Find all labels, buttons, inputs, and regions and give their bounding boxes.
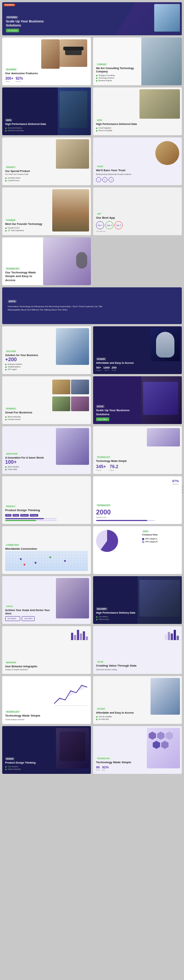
slide-title: Our Technology Made Simple and Easy to A…	[5, 271, 41, 282]
big-number: 2000	[96, 509, 179, 516]
stats-row: 345+ Projects 76.2 Rating	[96, 464, 127, 471]
slide-6: Data High Performance Delivered Data Clo…	[93, 88, 182, 135]
slide-label: Product	[5, 166, 16, 169]
slide-body: Our Vision and Company Goals	[5, 173, 56, 176]
slide-10: App Our Best App App 1 App 2 App 3 Proud…	[93, 188, 182, 235]
tech-tags: UI/UX Design Research Prototype	[5, 514, 88, 517]
slide-label: Technology	[5, 267, 20, 270]
slide-label: Technology	[96, 456, 111, 458]
slide-label: Value	[96, 660, 104, 663]
slide-20: 87% Efficiency Technology 2000 Global Us…	[93, 476, 182, 524]
slide-body: Data-driven decision making	[96, 669, 179, 671]
slide-19: Product Product Design Thinking UI/UX De…	[2, 476, 91, 524]
stat-label: Global Users	[96, 516, 179, 519]
chart-legend: Data Company Data 60% Category A 40% Cat…	[142, 530, 179, 543]
slide-27: Technology Technology Made Simple Growth…	[2, 676, 91, 724]
feature-list: User research Rapid prototyping	[5, 766, 56, 770]
slide-16: Scale Scale Up Your Business Solutions L…	[93, 376, 182, 424]
slide-label: Goals	[5, 605, 14, 608]
slide-title: Great For Business	[5, 411, 52, 415]
slide-1: PowerPoint Featured Scale Up Your Busine…	[2, 2, 182, 35]
stat-label-1: Clients	[5, 81, 14, 82]
slide-title: Our Best App	[96, 216, 179, 220]
slide-label: Data	[5, 119, 12, 122]
ppt-badge: PowerPoint	[4, 4, 15, 6]
slide-title: Affordable and Easy to Access	[96, 711, 150, 714]
slide-title: Achieve Your Goals And Derive Your Aims	[5, 608, 56, 615]
slide-label: Company	[96, 63, 107, 66]
slide-title: Company Data	[142, 533, 179, 536]
slide-title: Technology Made Simple	[5, 714, 88, 718]
stats-group: 87% Efficiency	[172, 479, 179, 485]
slide-22: Data Company Data 60% Category A 40% Cat…	[93, 526, 182, 574]
slide-15: Business Great For Business Boost produc…	[2, 376, 91, 424]
slide-title: We Are Consulting Technology Company	[96, 67, 139, 73]
slide-23: Goals Achieve Your Goals And Derive Your…	[2, 576, 91, 624]
slide-title: Creating Value Through Data	[96, 664, 179, 668]
app-label: Proud Member	[96, 231, 179, 232]
stats-row: 50+ Projects 1000 Users 250 Clients	[96, 366, 150, 371]
feature-list: Innovation driven Customer focus	[5, 177, 56, 181]
slide-26: Value Creating Value Through Data Data-d…	[93, 626, 182, 674]
slide-label: Data	[96, 119, 103, 122]
slide-label: Design	[5, 757, 14, 760]
cta-box-2[interactable]: Learn More	[22, 616, 35, 621]
slide-title: Our Special Product	[5, 169, 56, 173]
slide-29: Design Product Design Thinking User rese…	[2, 726, 91, 774]
slide-label: Features	[5, 68, 17, 71]
stat-value: 100+	[5, 459, 56, 465]
slide-8: Trust We'll Earn Your Trust Building las…	[93, 137, 182, 185]
slide-label: Technology	[96, 757, 111, 760]
slide-9: Founder Meet Our Founder Technology Foun…	[2, 188, 91, 235]
slides-grid: PowerPoint Featured Scale Up Your Busine…	[0, 0, 184, 776]
cta-button[interactable]: Learn More	[96, 417, 109, 421]
circle-group: ✓ ★ ♦	[96, 177, 154, 182]
slide-label: Business	[5, 407, 17, 410]
feature-list: Enterprise solutions Scalable platform 2…	[5, 363, 56, 371]
feature-list: Strategy & Consulting Technology Solutio…	[96, 75, 139, 81]
feature-list: Boost productivity Increase revenue	[5, 416, 52, 420]
slide-title: High Performance Delivered Data	[5, 123, 56, 126]
world-map	[5, 551, 88, 571]
slide-title: Worldwide Connection	[5, 547, 88, 551]
progress-2	[5, 520, 57, 521]
slide-7: Product Our Special Product Our Vision a…	[2, 137, 91, 185]
slide-24: Delivery High Performance Delivery Data …	[93, 576, 182, 624]
chart-area	[96, 530, 118, 552]
slide-label: Technology	[5, 710, 20, 713]
feature-list: Free tier available No setup fees	[96, 716, 150, 720]
slide-title: Technology Made Simple	[96, 760, 147, 764]
cta-box[interactable]: Get Started →	[5, 616, 20, 621]
slide-label: Connection	[5, 544, 20, 546]
stat-2: 76.2	[110, 464, 118, 469]
bar-chart-area-2	[165, 629, 179, 640]
slide-label: Data	[142, 530, 149, 533]
slide-title: Technology Made Simple	[96, 459, 127, 463]
feature-list: Smart solutions Future ready	[5, 466, 56, 470]
slide-title: Scale Up Your Business Solutions	[6, 19, 58, 27]
slide-title: High Performance Delivered Data	[96, 123, 180, 126]
slide-21: Connection Worldwide Connection	[2, 526, 91, 574]
quote-text: Information Technology And Business Are …	[8, 305, 109, 312]
stat-value-2: 92%	[16, 77, 23, 81]
feature-list: Fast delivery High accuracy	[96, 616, 136, 620]
slide-title: Affordable and Easy to Access	[96, 361, 150, 364]
circle-group: App 1 App 2 App 3	[96, 221, 179, 229]
slide-label: App	[96, 212, 102, 215]
slide-30: Technology Technology Made Simple 96 Sco…	[93, 726, 182, 774]
slide-5: Data High Performance Delivered Data Adv…	[2, 88, 91, 135]
slide-14: Access Affordable and Easy to Access 50+…	[93, 326, 182, 374]
bar-chart-area	[71, 629, 88, 640]
cta-button[interactable]: Get Started	[6, 29, 19, 32]
slide-body: Building lasting relationships through e…	[96, 173, 154, 176]
slide-title: Meet Our Founder Technology	[5, 222, 52, 226]
slide-label: Trust	[96, 165, 104, 168]
slide-label: Solution	[5, 350, 17, 353]
slide-title: User Behavior Infographic	[5, 665, 88, 668]
slide-25: Behavior User Behavior Infographic Analy…	[2, 626, 91, 674]
progress	[96, 520, 155, 521]
stats-row: 300+ Clients 92% Success	[5, 77, 88, 82]
slide-label: Featured	[6, 16, 18, 19]
slide-label: Behavior	[5, 661, 17, 664]
slide-title: Scale Up Your Business Solutions	[96, 409, 139, 416]
